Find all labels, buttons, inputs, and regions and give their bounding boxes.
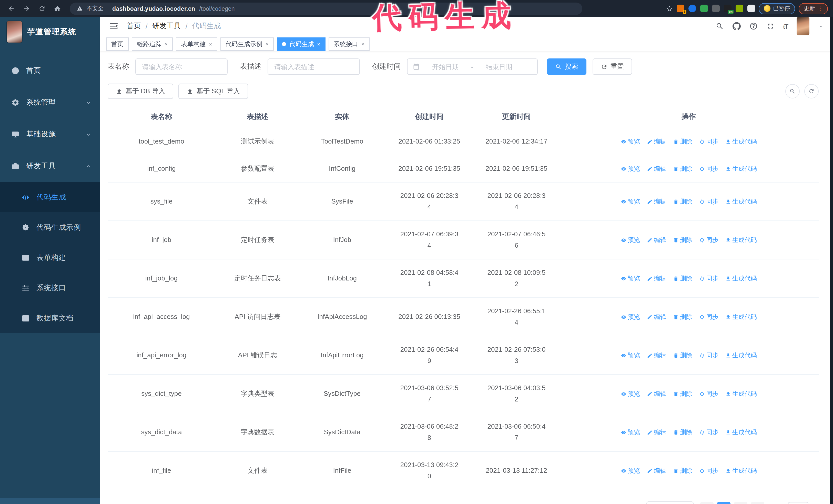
generate-action[interactable]: 生成代码 [725,196,757,207]
sidebar-item-db-doc[interactable]: 数据库文档 [0,303,100,333]
sidebar-collapse-strip[interactable] [0,498,100,504]
close-icon[interactable]: × [265,41,269,47]
sidebar-item-form-builder[interactable]: 表单构建 [0,242,100,273]
table-name-input[interactable] [135,58,228,75]
edit-action[interactable]: 编辑 [647,465,666,476]
sync-action[interactable]: 同步 [699,465,718,476]
kebab-menu-icon[interactable]: ⋮ [818,6,823,11]
ext-on-icon[interactable]: on [724,5,732,12]
delete-action[interactable]: 删除 [673,465,692,476]
edit-action[interactable]: 编辑 [647,196,666,207]
sidebar-fold-icon[interactable] [109,22,118,31]
preview-action[interactable]: 预览 [620,196,640,207]
preview-action[interactable]: 预览 [620,350,640,361]
update-browser-pill[interactable]: 更新 ⋮ [799,3,828,14]
generate-action[interactable]: 生成代码 [725,350,757,361]
edit-action[interactable]: 编辑 [647,163,666,174]
preview-action[interactable]: 预览 [620,311,640,322]
sync-action[interactable]: 同步 [699,311,718,322]
preview-action[interactable]: 预览 [620,273,640,284]
delete-action[interactable]: 删除 [673,311,692,322]
sidebar-item-codegen[interactable]: 代码生成 [0,182,100,212]
toggle-search-button[interactable] [785,84,800,98]
ext-android-icon[interactable] [736,5,743,12]
generate-action[interactable]: 生成代码 [725,273,757,284]
search-icon[interactable] [715,22,723,30]
ext-green-check-icon[interactable] [700,5,708,12]
generate-action[interactable]: 生成代码 [725,465,757,476]
close-icon[interactable]: × [165,41,168,47]
import-sql-button[interactable]: 基于 SQL 导入 [178,83,248,99]
ext-gem-icon[interactable] [688,5,696,12]
app-logo[interactable]: 芋道管理系统 [0,17,100,47]
breadcrumb-item[interactable]: 首页 [127,22,141,31]
sidebar-item-system-api[interactable]: 系统接口 [0,273,100,303]
preview-action[interactable]: 预览 [620,163,640,174]
github-icon[interactable] [732,22,740,30]
sync-action[interactable]: 同步 [699,273,718,284]
sync-action[interactable]: 同步 [699,427,718,438]
generate-action[interactable]: 生成代码 [725,427,757,438]
edit-action[interactable]: 编辑 [647,311,666,322]
table-desc-input[interactable] [268,58,360,75]
browser-scrollbar[interactable] [830,17,833,504]
edit-action[interactable]: 编辑 [647,350,666,361]
browser-home-icon[interactable] [51,2,64,15]
edit-action[interactable]: 编辑 [647,234,666,246]
ext-orange-icon[interactable]: 1 [677,5,684,12]
generate-action[interactable]: 生成代码 [725,163,757,174]
preview-action[interactable]: 预览 [620,234,640,246]
edit-action[interactable]: 编辑 [647,136,666,147]
next-page-button[interactable]: › [751,502,764,504]
tab-system-api[interactable]: 系统接口× [329,38,370,51]
search-button[interactable]: 搜索 [547,58,587,75]
close-icon[interactable]: × [361,41,365,47]
delete-action[interactable]: 删除 [673,196,692,207]
generate-action[interactable]: 生成代码 [725,234,757,246]
end-date-input[interactable] [476,63,522,71]
font-size-icon[interactable]: tT [783,22,788,30]
ext-puzzle-icon[interactable] [747,5,755,12]
delete-action[interactable]: 删除 [673,350,692,361]
delete-action[interactable]: 删除 [673,234,692,246]
preview-action[interactable]: 预览 [620,136,640,147]
edit-action[interactable]: 编辑 [647,388,666,400]
preview-action[interactable]: 预览 [620,465,640,476]
user-avatar[interactable] [796,17,809,35]
tab-home[interactable]: 首页 [106,38,129,51]
preview-action[interactable]: 预览 [620,388,640,400]
generate-action[interactable]: 生成代码 [725,136,757,147]
import-db-button[interactable]: 基于 DB 导入 [108,83,173,99]
paused-extension-pill[interactable]: 已暂停 [759,3,795,14]
help-icon[interactable] [749,22,757,30]
delete-action[interactable]: 删除 [673,388,692,400]
start-date-input[interactable] [423,63,468,71]
caret-down-icon[interactable] [818,23,824,29]
page-size-select[interactable]: 10条/页 [646,501,694,504]
sidebar-item-system[interactable]: 系统管理 [0,87,100,118]
delete-action[interactable]: 删除 [673,427,692,438]
prev-page-button[interactable]: ‹ [700,502,714,504]
browser-reload-icon[interactable] [36,2,48,15]
reset-button[interactable]: 重置 [593,58,632,75]
browser-back-icon[interactable] [5,2,18,15]
tab-form-build[interactable]: 表单构建× [176,38,217,51]
sync-action[interactable]: 同步 [699,163,718,174]
preview-action[interactable]: 预览 [620,427,640,438]
ext-grid-icon[interactable] [712,5,720,12]
fullscreen-icon[interactable] [766,22,774,30]
date-range-picker[interactable]: - [407,58,538,75]
sync-action[interactable]: 同步 [699,388,718,400]
delete-action[interactable]: 删除 [673,273,692,284]
edit-action[interactable]: 编辑 [647,427,666,438]
breadcrumb-item[interactable]: 研发工具 [152,22,181,31]
goto-page-input[interactable] [788,502,808,504]
sidebar-item-codegen-example[interactable]: 代码生成示例 [0,212,100,242]
close-icon[interactable]: × [317,41,320,47]
tab-tracer[interactable]: 链路追踪× [132,38,173,51]
sidebar-item-dev-tools[interactable]: 研发工具 [0,150,100,182]
refresh-table-button[interactable] [804,84,819,98]
sync-action[interactable]: 同步 [699,136,718,147]
generate-action[interactable]: 生成代码 [725,388,757,400]
sync-action[interactable]: 同步 [699,196,718,207]
